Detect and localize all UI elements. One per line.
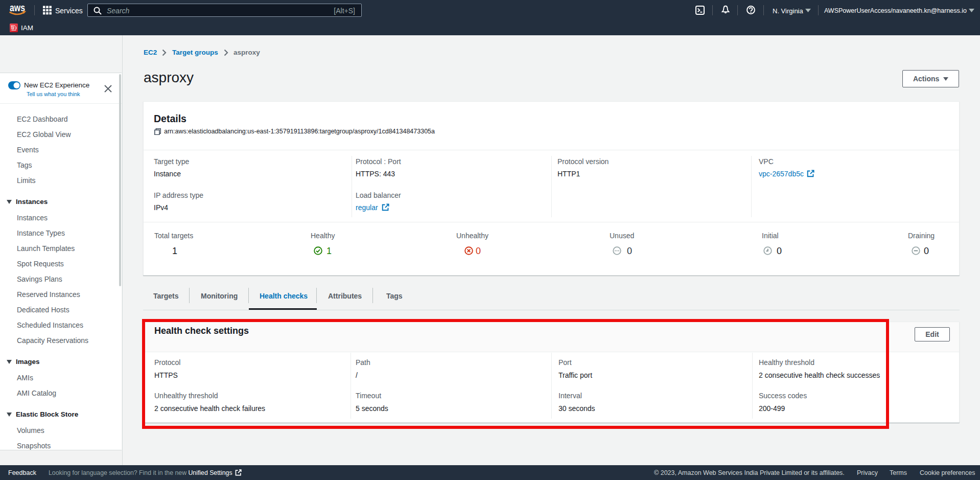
svg-text:aws: aws xyxy=(10,5,25,13)
